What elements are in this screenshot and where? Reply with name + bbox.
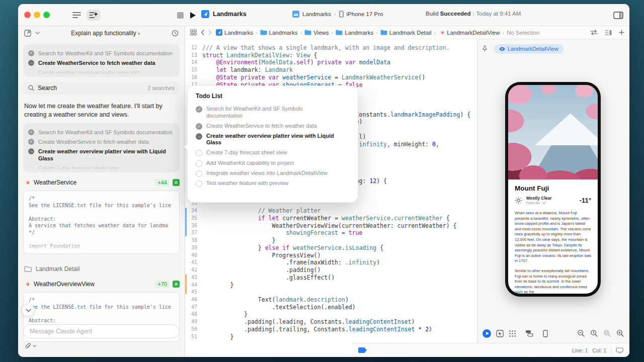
code-line[interactable]: 51 } <box>185 333 477 341</box>
preview-target-chip[interactable]: LandmarkDetailView <box>494 44 564 54</box>
zoom-out-icon[interactable] <box>577 329 585 337</box>
code-line[interactable]: 38 } <box>185 237 477 244</box>
scheme-selector[interactable]: Landmarks › iPhone 17 Pro <box>292 11 383 18</box>
pin-preview-icon[interactable] <box>481 45 488 52</box>
line-number[interactable]: 39 <box>185 244 202 252</box>
jumpbar-crumb[interactable]: Views› <box>304 30 333 36</box>
code-line[interactable]: 47 .textSelection(.enabled) <box>185 304 477 311</box>
line-number[interactable]: 16 <box>185 74 202 81</box>
code-line[interactable]: 49 .padding(.leading, Constants.leadingC… <box>185 318 477 326</box>
zoom-actual-size-icon[interactable] <box>590 329 598 337</box>
jumpbar-crumb[interactable]: LandmarkDetailView› <box>438 29 504 36</box>
jumpbar-crumb[interactable]: Landmark Detail› <box>380 30 436 36</box>
history-clock-icon[interactable] <box>172 30 179 37</box>
jumpbar-crumb[interactable]: Landmarks› <box>336 30 378 36</box>
code-review-icon[interactable] <box>590 30 598 35</box>
code-line[interactable]: 42 .padding() <box>185 266 477 274</box>
add-editor-icon[interactable] <box>619 30 624 35</box>
minimize-window-button[interactable] <box>34 12 40 18</box>
todo-item[interactable]: Create weather overview platter view wit… <box>196 131 350 148</box>
todo-item[interactable]: Create 7-day forecast sheet view <box>196 148 350 158</box>
line-number[interactable]: 45 <box>185 289 202 296</box>
line-number[interactable]: 46 <box>185 296 202 304</box>
stop-button[interactable] <box>177 10 184 21</box>
line-number[interactable]: 44 <box>185 282 202 289</box>
jumpbar-crumb[interactable]: No Selection <box>507 30 539 36</box>
todo-item[interactable]: Create WeatherService to fetch weather d… <box>196 121 350 131</box>
go-forward-icon[interactable] <box>208 30 212 35</box>
line-number[interactable]: 35 <box>185 215 202 222</box>
zoom-to-fit-icon[interactable] <box>603 329 611 337</box>
folder-row-landmark-detail[interactable]: Landmark Detail <box>24 264 179 274</box>
scroll-to-bottom-button[interactable] <box>22 304 35 317</box>
line-number[interactable]: 15 <box>185 66 202 74</box>
code-line[interactable]: 40 ProgressView() <box>185 252 477 259</box>
run-button[interactable] <box>190 10 196 21</box>
variants-grid-icon[interactable] <box>509 330 516 337</box>
line-number[interactable]: 49 <box>185 318 202 326</box>
todo-item[interactable]: Add WeatherKit capability to project <box>196 158 350 168</box>
code-line[interactable]: 44 } <box>185 282 477 289</box>
iphone-preview[interactable]: Mount Fuji Mostly Clear Feels like -11° … <box>505 82 601 297</box>
chat-list-icon[interactable] <box>72 10 81 21</box>
color-scheme-icon[interactable] <box>525 330 534 337</box>
code-line[interactable]: 43 .glassEffect() <box>185 274 477 282</box>
close-window-button[interactable] <box>24 12 31 18</box>
line-number[interactable]: 14 <box>185 59 202 66</box>
todo-item[interactable]: Create weather overview platter view wit… <box>28 67 175 74</box>
todo-item[interactable]: Search for WeatherKit and SF Symbols doc… <box>28 48 175 58</box>
line-number[interactable]: 51 <box>185 333 202 341</box>
search-activity-row[interactable]: Search 2 searches <box>23 81 180 95</box>
code-line[interactable]: 13struct LandmarkDetailView: View { <box>185 52 477 59</box>
file-card-weatherservice[interactable]: WeatherService +44 A /* See the LICENSE.… <box>23 177 180 254</box>
zoom-window-button[interactable] <box>43 12 50 18</box>
todo-item[interactable]: Search for WeatherKit and SF Symbols doc… <box>196 104 350 121</box>
code-line[interactable]: 41 .frame(maxWidth: .infinity) <box>185 259 477 266</box>
minimap-icon[interactable] <box>605 30 612 36</box>
jumpbar-crumb[interactable]: Landmarks› <box>260 30 302 36</box>
line-number[interactable]: 48 <box>185 311 202 318</box>
message-input[interactable] <box>23 324 180 338</box>
code-line[interactable]: 45 <box>185 289 477 296</box>
todo-item[interactable]: Create WeatherService to fetch weather d… <box>28 137 175 146</box>
activity-view[interactable]: Build Succeeded|Today at 9:41 AM <box>426 11 521 17</box>
jumpbar-crumb[interactable]: Landmarks› <box>216 29 258 36</box>
sessions-chevron-icon[interactable] <box>35 32 40 35</box>
code-line[interactable]: 46 Text(landmark.description) <box>185 296 477 304</box>
line-number[interactable]: 34 <box>185 207 202 215</box>
session-title-dropdown[interactable]: Explain app functionality ▾ <box>44 30 168 37</box>
todo-item[interactable]: Create weather overview platter view wit… <box>28 146 175 163</box>
code-line[interactable]: 36 WeatherOverviewView(currentWeather: c… <box>185 222 477 230</box>
line-number[interactable]: 43 <box>185 274 202 282</box>
todo-item[interactable]: Integrate weather views into LandmarkDet… <box>196 168 350 178</box>
go-back-icon[interactable] <box>201 30 204 35</box>
new-chat-sparkle-icon[interactable] <box>87 10 101 21</box>
display-icon[interactable] <box>616 347 623 353</box>
code-line[interactable]: 14 @Environment(ModelData.self) private … <box>185 59 477 66</box>
selectable-mode-icon[interactable] <box>496 330 504 337</box>
breakpoints-tag-icon[interactable] <box>358 347 367 353</box>
attachment-button[interactable] <box>25 342 36 349</box>
code-line[interactable]: 48 } <box>185 311 477 318</box>
line-number[interactable]: 50 <box>185 326 202 333</box>
line-number[interactable]: 12 <box>185 44 202 52</box>
code-line[interactable]: 15 let landmark: Landmark <box>185 66 477 74</box>
device-settings-icon[interactable] <box>543 330 548 337</box>
code-line[interactable]: 35 if let currentWeather = weatherServic… <box>185 215 477 222</box>
code-line[interactable]: 39 } else if weatherService.isLoading { <box>185 244 477 252</box>
line-number[interactable]: 38 <box>185 237 202 244</box>
live-preview-button[interactable] <box>482 329 491 338</box>
related-items-icon[interactable] <box>190 29 197 36</box>
line-number[interactable]: 42 <box>185 266 202 274</box>
line-number[interactable]: 13 <box>185 52 202 59</box>
zoom-in-icon[interactable] <box>616 329 624 337</box>
code-line[interactable]: 34 // Weather platter <box>185 207 477 215</box>
weather-platter[interactable]: Mostly Clear Feels like -11° -11° <box>508 194 598 208</box>
project-tab[interactable]: Landmarks <box>201 10 247 18</box>
inspector-toggle-icon[interactable] <box>613 10 623 21</box>
line-number[interactable]: 36 <box>185 222 202 230</box>
open-in-window-icon[interactable] <box>24 30 31 37</box>
line-number[interactable]: 47 <box>185 304 202 311</box>
todo-item[interactable]: Search for WeatherKit and SF Symbols doc… <box>28 127 175 137</box>
code-line[interactable]: 50 .padding(.trailing, Constants.leading… <box>185 326 477 333</box>
